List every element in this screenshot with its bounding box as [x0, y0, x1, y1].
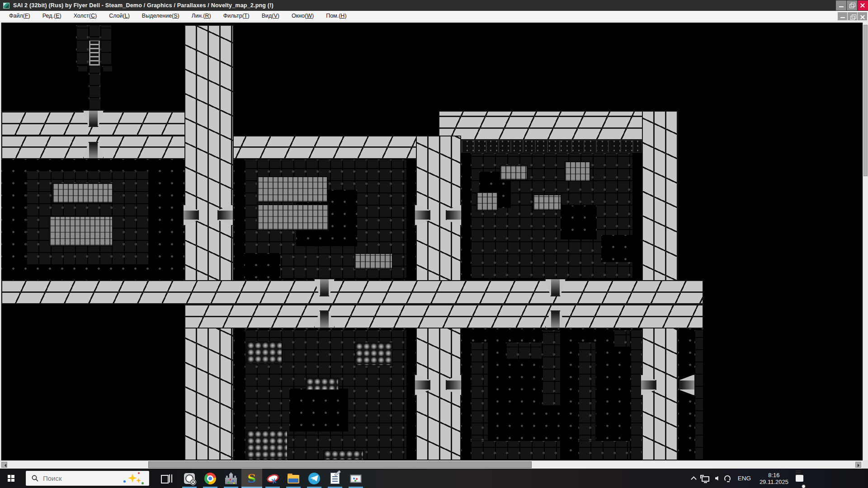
taskbar-app-game-castle[interactable] — [221, 469, 241, 488]
snip-icon — [266, 473, 280, 484]
menu-V[interactable]: Вид(V) — [262, 13, 279, 19]
menu-H[interactable]: Пом.(H) — [326, 13, 346, 19]
map-door — [640, 374, 656, 396]
map-crate-tiles — [542, 330, 561, 407]
map-shelf-cluster — [257, 204, 329, 230]
vertical-scrollbar-thumb[interactable] — [863, 25, 868, 176]
map-door — [314, 310, 335, 328]
map-crate-tiles — [102, 66, 113, 73]
taskbar-app-telegram[interactable] — [304, 469, 325, 488]
menu-T[interactable]: Фильтр(T) — [223, 13, 250, 19]
taskbar-app-paint-app[interactable] — [345, 469, 366, 488]
map-door — [446, 204, 462, 226]
restore-button[interactable] — [847, 0, 857, 10]
search-box[interactable] — [26, 471, 149, 486]
language-indicator[interactable]: ENG — [735, 469, 754, 488]
windows-logo-icon — [8, 475, 14, 482]
map-door — [679, 374, 695, 396]
map-door — [545, 278, 566, 296]
paint-app-icon — [350, 474, 362, 483]
map-wall — [184, 25, 234, 460]
network-icon[interactable] — [700, 469, 711, 488]
window-title: SAI 2 (32bit) (Rus) by Flyer Dell - Stea… — [13, 2, 274, 9]
clock-time: 8:16 — [760, 472, 788, 479]
map-barrel-cluster — [306, 378, 339, 390]
map-door — [414, 374, 430, 396]
map-floor-patch — [561, 206, 597, 239]
map-floor-patch — [244, 253, 280, 279]
map-barrel-cluster — [246, 342, 283, 364]
horizontal-scrollbar-thumb[interactable] — [148, 461, 532, 468]
map-shelf-cluster — [354, 253, 393, 269]
taskbar-clock[interactable]: 8:16 29.11.2025 — [757, 469, 791, 488]
hidden-icons-chevron-icon[interactable] — [690, 469, 697, 488]
taskbar: S ENG 8:16 29.11.2025 — [0, 469, 868, 488]
volume-icon[interactable] — [714, 469, 720, 488]
taskbar-app-explorer[interactable] — [283, 469, 304, 488]
chrome-icon — [204, 473, 216, 484]
map-shelf-cluster — [257, 176, 328, 202]
writer-icon — [330, 473, 340, 484]
document-window-controls — [837, 12, 868, 20]
notifications-icon[interactable] — [794, 469, 805, 488]
telegram-icon — [308, 473, 320, 484]
map-ladder — [89, 41, 100, 66]
taskbar-app-alarm-clock[interactable] — [179, 469, 200, 488]
scroll-right-button[interactable] — [855, 462, 861, 468]
minimize-button[interactable] — [838, 12, 847, 20]
menu-R[interactable]: Лин.(R) — [192, 13, 211, 19]
map-crate-tiles — [77, 66, 88, 73]
map-door — [414, 204, 430, 226]
close-button[interactable] — [858, 12, 867, 20]
taskbar-app-snip[interactable] — [262, 469, 283, 488]
map-barrel-cluster — [323, 450, 364, 460]
alarm-clock-icon — [184, 473, 195, 484]
scrollbar-corner — [863, 460, 868, 469]
map-barrel-cluster — [355, 343, 393, 366]
search-highlights-sparkle-icon — [123, 472, 144, 485]
map-door — [83, 110, 104, 127]
search-icon — [32, 475, 38, 482]
canvas-left-edge — [0, 23, 1, 460]
map-crate-tiles — [88, 25, 101, 111]
map-shelf-cluster — [564, 161, 590, 182]
map-crate-tiles — [470, 441, 561, 460]
titlebar: SAI 2 (32bit) (Rus) by Flyer Dell - Stea… — [0, 0, 868, 11]
restore-button[interactable] — [848, 12, 857, 20]
menu-C[interactable]: Холст(C) — [74, 13, 97, 19]
map-shelf-cluster — [476, 192, 498, 211]
menu-E[interactable]: Ред.(E) — [42, 13, 61, 19]
map-wall — [184, 304, 703, 328]
map-shelf-row — [461, 140, 642, 153]
start-button[interactable] — [0, 469, 22, 488]
map-door — [183, 204, 199, 226]
taskbar-app-sai2[interactable]: S — [241, 469, 262, 488]
scroll-left-button[interactable] — [1, 462, 7, 468]
game-castle-icon — [225, 473, 237, 484]
canvas-frame — [0, 21, 868, 469]
close-button[interactable] — [858, 0, 868, 10]
menu-W[interactable]: Окно(W) — [292, 13, 314, 19]
map-shelf-cluster — [49, 216, 113, 246]
sai2-icon: S — [248, 473, 256, 484]
menu-F[interactable]: Файл(F) — [9, 13, 30, 19]
task-view-icon[interactable] — [159, 472, 173, 485]
vertical-scrollbar[interactable] — [863, 23, 868, 460]
menu-L[interactable]: Слой(L) — [109, 13, 130, 19]
map-barrel-cluster — [246, 430, 288, 460]
system-tray: ENG 8:16 29.11.2025 — [690, 469, 868, 488]
sai-app-icon — [3, 3, 9, 9]
menu-S[interactable]: Выделение(S) — [142, 13, 179, 19]
tablet-mode-icon[interactable] — [723, 469, 732, 488]
map-crate-tiles — [694, 330, 703, 460]
map-floor-patch — [289, 389, 348, 432]
map-shelf-cluster — [52, 183, 113, 203]
minimize-button[interactable] — [836, 0, 846, 10]
search-input[interactable] — [42, 474, 110, 483]
taskbar-app-chrome[interactable] — [200, 469, 221, 488]
canvas-viewport[interactable] — [0, 23, 863, 460]
taskbar-app-writer[interactable] — [325, 469, 345, 488]
horizontal-scrollbar[interactable] — [0, 460, 868, 469]
map-door — [446, 374, 462, 396]
explorer-icon — [288, 475, 299, 483]
